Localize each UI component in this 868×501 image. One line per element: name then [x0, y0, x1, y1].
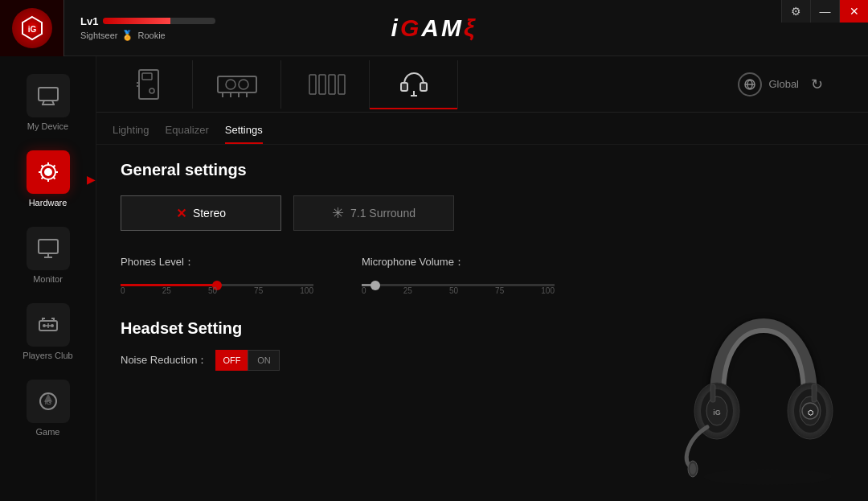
- refresh-button[interactable]: ↻: [805, 73, 828, 96]
- svg-rect-42: [338, 75, 345, 94]
- stereo-label: Stereo: [193, 207, 226, 220]
- svg-rect-43: [401, 83, 407, 91]
- mic-volume-ticks: 0 25 50 75 100: [362, 286, 555, 295]
- app-title: iGAMξ: [391, 14, 477, 42]
- my-device-icon-bg: [27, 74, 70, 117]
- sidebar-item-game[interactable]: iG Game: [0, 370, 96, 446]
- device-tab-ram[interactable]: [281, 60, 370, 109]
- sidebar-item-label: Monitor: [33, 274, 63, 284]
- settings-button[interactable]: ⚙: [781, 0, 810, 23]
- sub-tabs: Lighting Equalizer Settings: [96, 113, 868, 145]
- svg-text:iG: iG: [27, 25, 36, 34]
- user-level: Lv1: [80, 15, 215, 27]
- svg-text:iG: iG: [713, 409, 721, 417]
- tab-settings[interactable]: Settings: [225, 124, 263, 144]
- level-bar: [103, 18, 215, 24]
- svg-rect-28: [142, 73, 152, 80]
- sidebar-item-label: Game: [36, 427, 60, 437]
- global-control: Global ↻: [738, 72, 828, 97]
- sidebar-item-label: Players Club: [23, 351, 72, 360]
- surround-label: 7.1 Surround: [350, 207, 416, 220]
- svg-line-15: [41, 177, 43, 179]
- ram-icon: [303, 67, 348, 102]
- global-button[interactable]: [738, 72, 762, 97]
- headset-svg: iG ⬡: [675, 308, 852, 485]
- svg-rect-32: [218, 76, 256, 92]
- stereo-icon: ✕: [176, 206, 186, 221]
- device-tab-headset[interactable]: [370, 60, 458, 109]
- sidebar-arrow-icon: ▶: [87, 173, 96, 186]
- game-icon-bg: iG: [27, 380, 70, 423]
- svg-rect-39: [309, 75, 316, 94]
- svg-rect-41: [329, 75, 335, 94]
- noise-reduction-label: Noise Reduction：: [121, 353, 207, 368]
- noise-reduction-off-button[interactable]: OFF: [215, 350, 248, 371]
- svg-rect-17: [39, 240, 58, 253]
- mic-volume-label: Microphone Volume：: [362, 255, 465, 269]
- titlebar: iG Lv1 Sightseer 🏅 Rookie iGAMξ ⚙ — ✕: [0, 0, 868, 56]
- headset-product-image: iG ⬡: [675, 308, 852, 485]
- svg-text:iG: iG: [45, 399, 51, 406]
- sidebar-item-label: Hardware: [29, 198, 68, 207]
- tab-lighting[interactable]: Lighting: [113, 124, 149, 144]
- surround-icon: ✳: [332, 204, 344, 222]
- sidebar-item-hardware[interactable]: Hardware ▶: [0, 141, 96, 217]
- svg-rect-40: [319, 75, 326, 94]
- sidebar-item-label: My Device: [27, 121, 68, 131]
- device-tabs: Global ↻: [96, 56, 868, 113]
- app-logo: iG: [0, 0, 64, 56]
- phones-level-ticks: 0 25 50 75 100: [121, 286, 313, 295]
- gpu-icon: [215, 67, 260, 102]
- svg-text:⬡: ⬡: [808, 409, 813, 417]
- level-fill: [103, 18, 170, 24]
- sidebar-item-my-device[interactable]: My Device: [0, 64, 96, 141]
- noise-reduction-on-button[interactable]: ON: [248, 350, 280, 371]
- monitor-icon-bg: [27, 227, 70, 270]
- sidebar: My Device Hardware ▶: [0, 56, 96, 501]
- svg-point-29: [149, 88, 154, 93]
- window-controls: ⚙ — ✕: [781, 0, 868, 23]
- svg-rect-61: [710, 384, 715, 402]
- svg-rect-62: [812, 384, 817, 402]
- svg-point-60: [703, 469, 832, 485]
- stereo-button[interactable]: ✕ Stereo: [121, 195, 281, 231]
- logo-circle: iG: [12, 8, 52, 48]
- svg-point-33: [226, 80, 235, 89]
- sidebar-item-monitor[interactable]: Monitor: [0, 217, 96, 294]
- audio-modes: ✕ Stereo ✳ 7.1 Surround: [121, 195, 844, 231]
- section-title: General settings: [121, 161, 844, 179]
- svg-line-16: [52, 166, 55, 168]
- sliders-row: Phones Level： 0 25 50 75 100 Microphone …: [121, 255, 844, 295]
- close-button[interactable]: ✕: [839, 0, 868, 23]
- svg-line-14: [52, 177, 55, 179]
- players-club-icon-bg: [27, 303, 70, 347]
- svg-line-13: [41, 166, 43, 168]
- svg-rect-44: [420, 83, 427, 91]
- headset-tab-icon: [396, 67, 432, 102]
- svg-rect-3: [39, 88, 58, 101]
- mic-volume-group: Microphone Volume： 0 25 50 75 100: [362, 255, 555, 295]
- svg-point-22: [51, 324, 54, 327]
- sidebar-item-players-club[interactable]: Players Club: [0, 294, 96, 370]
- user-rank: Sightseer 🏅 Rookie: [80, 30, 215, 41]
- minimize-button[interactable]: —: [810, 0, 839, 23]
- device-tab-case[interactable]: [104, 60, 193, 109]
- svg-point-7: [44, 168, 52, 176]
- device-tab-gpu[interactable]: [193, 60, 281, 109]
- noise-reduction-toggle: OFF ON: [215, 350, 280, 371]
- hardware-icon-bg: [27, 150, 70, 194]
- phones-level-group: Phones Level： 0 25 50 75 100: [121, 255, 313, 295]
- rank-badge-icon: 🏅: [121, 30, 133, 41]
- surround-button[interactable]: ✳ 7.1 Surround: [293, 195, 454, 231]
- case-icon: [133, 67, 165, 102]
- svg-point-21: [43, 324, 46, 327]
- global-label: Global: [768, 78, 799, 90]
- user-info: Lv1 Sightseer 🏅 Rookie: [64, 15, 231, 41]
- svg-point-59: [690, 463, 696, 474]
- phones-level-label: Phones Level：: [121, 255, 194, 269]
- svg-point-34: [239, 80, 248, 89]
- tab-equalizer[interactable]: Equalizer: [166, 124, 209, 144]
